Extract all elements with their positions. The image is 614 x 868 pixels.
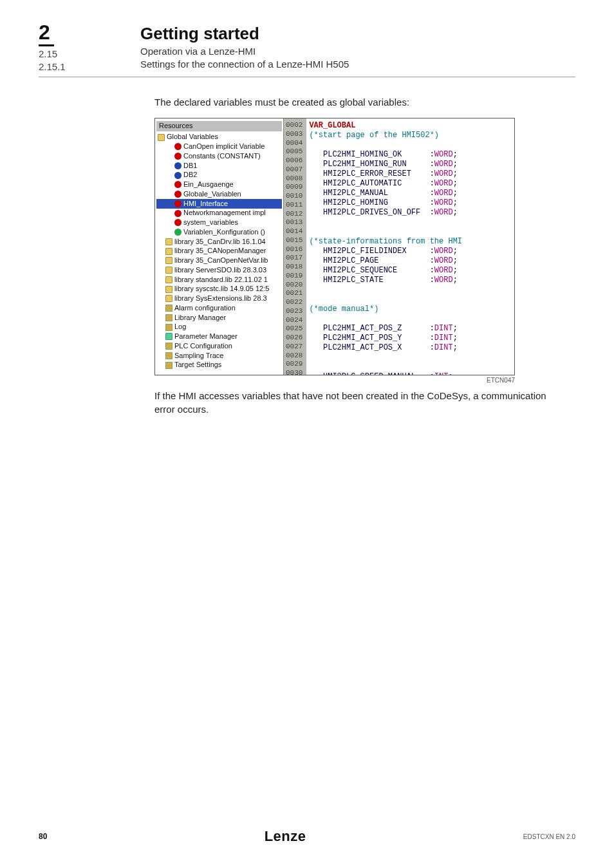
code-line[interactable]: PLC2HMI_ACT_POS_Z :DINT;: [309, 324, 512, 334]
code-line[interactable]: PLC2HMI_HOMING_OK :WORD;: [309, 150, 512, 160]
tree-item[interactable]: Variablen_Konfiguration (): [156, 227, 282, 237]
code-line[interactable]: HMI2PLC_SEQUENCE :WORD;: [309, 266, 512, 276]
figure-caption: ETCN047: [154, 377, 515, 384]
code-line[interactable]: HMI2PLC_STATE :WORD;: [309, 276, 512, 285]
tree-item-label: library 35_CanOpenNetVar.lib: [174, 256, 268, 265]
brand-logo: Lenze: [265, 828, 306, 845]
folder-icon: [165, 248, 172, 255]
tree-item[interactable]: Alarm configuration: [156, 303, 282, 313]
tree-item-label: Target Settings: [174, 361, 221, 370]
tree-item-label: Parameter Manager: [174, 332, 237, 341]
line-number-gutter: 0002000300040005000600070008000900100011…: [284, 118, 306, 375]
tree-item[interactable]: Ein_Ausgaenge: [156, 180, 282, 190]
tree-item-label: Globale_Variablen: [183, 190, 241, 199]
tree-item[interactable]: Log: [156, 323, 282, 332]
tree-item[interactable]: Sampling Trace: [156, 351, 282, 361]
code-line[interactable]: [309, 227, 512, 237]
tree-item-label: library 35_CanDrv.lib 16.1.04: [174, 238, 266, 247]
folder-icon: [158, 134, 165, 141]
code-line[interactable]: [309, 353, 512, 363]
tree-item-label: library SysExtensions.lib 28.3: [174, 294, 267, 303]
code-line[interactable]: (*start page of the HMI502*): [309, 131, 512, 140]
code-line[interactable]: (*state-informations from the HMI: [309, 237, 512, 247]
code-line[interactable]: [309, 140, 512, 150]
tree-item[interactable]: library standard.lib 22.11.02 1: [156, 275, 282, 285]
dot-red-icon: [174, 153, 181, 160]
tree-item[interactable]: library ServerSDO.lib 28.3.03: [156, 265, 282, 275]
code-line[interactable]: HMI2PLC_SPEED_MANUAL :INT;: [309, 372, 512, 375]
tree-item-label: system_variables: [183, 218, 238, 227]
code-line[interactable]: HMI2PLC_FIELDINDEX :WORD;: [309, 247, 512, 256]
tree-pane-title: Resources: [156, 121, 282, 131]
chapter-title: Getting started: [140, 24, 575, 44]
tree-item[interactable]: Networkmanagement impl: [156, 209, 282, 218]
code-line[interactable]: [309, 295, 512, 305]
resource-tree[interactable]: Resources Global Variables CanOpen impli…: [155, 118, 284, 375]
dot-blue-icon: [174, 162, 181, 169]
tree-item[interactable]: HMI_Interface: [156, 199, 282, 209]
dot-red-icon: [174, 181, 181, 188]
tree-item[interactable]: DB1: [156, 161, 282, 171]
tree-item-label: library syscstc.lib 14.9.05 12:5: [174, 285, 269, 294]
code-editor[interactable]: 0002000300040005000600070008000900100011…: [284, 118, 514, 375]
tree-item-label: library standard.lib 22.11.02 1: [174, 276, 268, 285]
tree-item[interactable]: Constants (CONSTANT): [156, 151, 282, 161]
box-icon: [165, 314, 172, 321]
code-line[interactable]: [309, 285, 512, 295]
tree-item[interactable]: CanOpen implicit Variable: [156, 142, 282, 152]
chapter-number: 2: [39, 21, 54, 46]
code-line[interactable]: HMI2PLC_ERROR_RESET :WORD;: [309, 169, 512, 179]
tree-item-label: Log: [174, 323, 186, 332]
tree-item-label: Ein_Ausgaenge: [183, 180, 234, 189]
code-lines[interactable]: VAR_GLOBAL(*start page of the HMI502*) P…: [306, 118, 514, 375]
box-icon: [165, 305, 172, 312]
code-line[interactable]: PLC2HMI_HOMING_RUN :WORD;: [309, 160, 512, 169]
folder-icon: [165, 286, 172, 293]
code-line[interactable]: PLC2HMI_ACT_POS_Y :DINT;: [309, 334, 512, 343]
page-footer: 80 Lenze EDSTCXN EN 2.0: [0, 828, 614, 845]
code-line[interactable]: [309, 314, 512, 324]
tree-item[interactable]: Target Settings: [156, 361, 282, 370]
code-line[interactable]: HMI2PLC_MANUAL :WORD;: [309, 189, 512, 198]
code-line[interactable]: HMI2PLC_DRIVES_ON_OFF :WORD;: [309, 208, 512, 218]
tree-item[interactable]: library 35_CANopenManager: [156, 247, 282, 256]
code-line[interactable]: HMI2PLC_HOMING :WORD;: [309, 198, 512, 208]
dot-red-icon: [174, 191, 181, 198]
tree-item[interactable]: system_variables: [156, 218, 282, 228]
code-line[interactable]: HMI2PLC_PAGE :WORD;: [309, 256, 512, 266]
box-icon: [165, 352, 172, 359]
tree-item[interactable]: Globale_Variablen: [156, 189, 282, 199]
tree-root-label: Global Variables: [167, 133, 218, 142]
tree-item[interactable]: Library Manager: [156, 313, 282, 323]
tree-item[interactable]: DB2: [156, 171, 282, 180]
box-icon: [165, 362, 172, 369]
tree-item[interactable]: library 35_CanDrv.lib 16.1.04: [156, 237, 282, 247]
tree-item-label: HMI_Interface: [183, 200, 228, 209]
section-title-2: Settings for the connection of a Lenze-H…: [140, 58, 575, 71]
folder-icon: [165, 267, 172, 274]
tree-item-label: Library Manager: [174, 314, 226, 323]
box-icon: [165, 324, 172, 331]
code-line[interactable]: VAR_GLOBAL: [309, 121, 512, 131]
tree-root[interactable]: Global Variables: [156, 133, 282, 142]
code-line[interactable]: [309, 218, 512, 227]
doc-id: EDSTCXN EN 2.0: [523, 833, 575, 840]
tree-item-label: Sampling Trace: [174, 352, 223, 361]
code-line[interactable]: HMI2PLC_AUTOMATIC :WORD;: [309, 179, 512, 189]
tree-item-label: library 35_CANopenManager: [174, 247, 266, 256]
codesys-screenshot: Resources Global Variables CanOpen impli…: [154, 118, 515, 375]
tree-item-label: DB1: [183, 162, 197, 171]
code-line[interactable]: (*mode manual*): [309, 305, 512, 314]
tree-item-label: Constants (CONSTANT): [183, 152, 261, 161]
code-line[interactable]: [309, 363, 512, 372]
tree-item[interactable]: Parameter Manager: [156, 332, 282, 342]
tree-item[interactable]: library 35_CanOpenNetVar.lib: [156, 256, 282, 266]
tree-item[interactable]: library SysExtensions.lib 28.3: [156, 294, 282, 304]
dot-red-icon: [174, 200, 181, 207]
tree-item-label: PLC Configuration: [174, 342, 232, 351]
tree-item[interactable]: library syscstc.lib 14.9.05 12:5: [156, 285, 282, 294]
tree-item[interactable]: PLC Configuration: [156, 341, 282, 351]
page-header: 2 2.15 2.15.1 Getting started Operation …: [39, 21, 575, 77]
tree-item-label: CanOpen implicit Variable: [183, 142, 265, 151]
code-line[interactable]: PLC2HMI_ACT_POS_X :DINT;: [309, 343, 512, 353]
